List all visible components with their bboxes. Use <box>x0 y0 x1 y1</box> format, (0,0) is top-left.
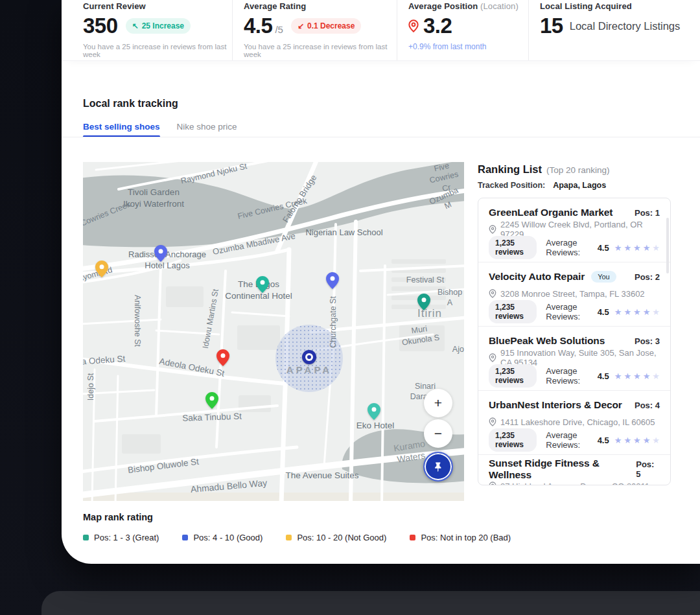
map-pin-red-adeola[interactable] <box>216 349 229 366</box>
page-title: Local rank tracking <box>83 98 178 110</box>
position-label: Pos: 2 <box>635 272 660 282</box>
star-icon: ★ <box>614 308 622 316</box>
dashboard-panel: Current Review 350 ↖25 Increase You have… <box>62 0 700 564</box>
stat-label: Current Review <box>83 1 232 11</box>
business-address: 3208 Monroe Street, Tampa, FL 33602 <box>500 289 645 299</box>
legend-swatch <box>410 535 415 540</box>
star-icon: ★ <box>652 436 660 445</box>
tab-best-selling-shoes[interactable]: Best selling shoes <box>83 122 160 137</box>
stat-label-text: Average Position <box>408 1 478 11</box>
star-icon: ★ <box>624 436 631 445</box>
ranking-panel: Ranking List (Top 20 ranking) Tracked Po… <box>478 162 671 485</box>
star-icon: ★ <box>643 372 651 380</box>
rating-value: 4.5 <box>598 435 609 445</box>
reviews-count-pill: 1,235 reviews <box>489 236 537 259</box>
business-name: Velocity Auto Repair <box>489 271 585 283</box>
ranking-list-item[interactable]: Sunset Ridge Fitness & Wellness Pos: 5 8… <box>478 454 670 485</box>
business-name: Sunset Ridge Fitness & Wellness <box>489 458 636 481</box>
ranking-list-item[interactable]: GreenLeaf Organic Market Pos: 1 2245 Wil… <box>478 198 670 262</box>
badge-label: 25 Increase <box>142 21 184 30</box>
location-icon <box>489 482 496 485</box>
tabs: Best selling shoes Nike shoe price <box>83 122 237 137</box>
stat-card-current-review: Current Review 350 ↖25 Increase You have… <box>62 0 232 60</box>
star-icon: ★ <box>633 308 641 316</box>
star-rating: ★★★★★ <box>614 244 660 252</box>
zoom-out-button[interactable]: − <box>424 419 452 448</box>
tabs-divider <box>62 137 700 137</box>
legend-swatch <box>286 535 292 540</box>
position-label: Pos: 4 <box>635 400 660 410</box>
location-icon <box>489 353 496 362</box>
star-icon: ★ <box>633 244 641 252</box>
business-address: 1411 Lakeshore Drive, Chicago, IL 60605 <box>500 417 655 427</box>
legend-label: Pos: 10 - 20 (Not Good) <box>297 533 386 542</box>
tracked-position-marker[interactable] <box>302 350 316 364</box>
legend-swatch <box>182 535 188 540</box>
location-icon <box>489 225 496 234</box>
stat-value-suffix: /5 <box>275 24 283 37</box>
location-icon <box>489 289 496 298</box>
average-reviews-label: Average Reviews: <box>546 302 593 321</box>
star-icon: ★ <box>633 372 641 380</box>
stat-card-average-rating: Average Rating 4.5 /5 ↙0.1 Decrease You … <box>232 0 397 60</box>
legend-title: Map rank rating <box>83 512 153 522</box>
rating-value: 4.5 <box>598 243 609 253</box>
map-pin-teal-bishop[interactable] <box>417 294 430 310</box>
stats-row: Current Review 350 ↖25 Increase You have… <box>62 0 700 61</box>
ranking-list-items: GreenLeaf Organic Market Pos: 1 2245 Wil… <box>478 198 670 485</box>
rating-value: 4.5 <box>598 307 609 317</box>
tab-label: Best selling shoes <box>83 122 160 132</box>
tracked-position-label: Tracked Position: <box>478 181 545 190</box>
star-rating: ★★★★★ <box>614 436 660 445</box>
star-icon: ★ <box>643 436 651 445</box>
map-canvas[interactable]: Raymond Njoku StFive Cowries CreekFive C… <box>83 162 464 501</box>
stat-value: 15 <box>540 14 563 38</box>
zoom-in-button[interactable]: + <box>424 389 452 417</box>
tab-label: Nike shoe price <box>177 122 237 132</box>
star-icon: ★ <box>614 244 622 252</box>
ranking-list-item[interactable]: Velocity Auto Repair You Pos: 2 3208 Mon… <box>478 262 670 326</box>
stat-label: Local Listing Acquired <box>540 1 700 11</box>
stat-label: Average Rating <box>244 1 397 11</box>
scrollbar-thumb[interactable] <box>666 218 669 273</box>
business-name: GreenLeaf Organic Market <box>489 207 612 218</box>
increase-arrow-icon: ↖ <box>132 21 139 30</box>
map-pin-blue-churchgate[interactable] <box>326 272 339 289</box>
average-reviews-label: Average Reviews: <box>546 366 593 386</box>
map-pin-blue-anchorage[interactable] <box>154 245 167 262</box>
stat-card-local-listing: Local Listing Acquired 15 Local Director… <box>528 0 700 60</box>
position-label: Pos: 5 <box>636 459 660 479</box>
ranking-title: Ranking List <box>478 163 542 176</box>
star-icon: ★ <box>652 372 660 380</box>
stat-subtext: You have a 25 increase in reviews from l… <box>244 43 397 58</box>
stat-value: 350 <box>83 14 118 38</box>
ranking-list-item[interactable]: BluePeak Web Solutions Pos: 3 915 Innova… <box>478 326 670 390</box>
ranking-list-item[interactable]: UrbanNest Interiors & Decor Pos: 4 1411 … <box>478 390 670 454</box>
legend-item: Pos: 10 - 20 (Not Good) <box>286 533 386 542</box>
decrease-badge: ↙0.1 Decrease <box>291 18 361 34</box>
rating-value: 4.5 <box>598 371 609 381</box>
pushpin-icon <box>433 461 444 472</box>
stat-label-note: (Location) <box>480 1 519 11</box>
map-pin-teal-eko[interactable] <box>368 403 380 420</box>
star-icon: ★ <box>614 436 622 445</box>
legend-label: Pos: 1 - 3 (Great) <box>94 533 159 542</box>
legend-item: Pos: Not in top 20 (Bad) <box>410 533 511 542</box>
page-background: { "colors": { "accent_blue": "#1c53e2", … <box>0 0 700 615</box>
bottom-frame <box>41 591 700 615</box>
star-icon: ★ <box>624 244 631 252</box>
map-pin-green-saka[interactable] <box>205 392 218 409</box>
stat-label: Average Position (Location) <box>408 1 528 11</box>
map-pin-teal-continental[interactable] <box>256 276 269 293</box>
tab-nike-shoe-price[interactable]: Nike shoe price <box>177 122 237 137</box>
map-pin-yellow-abayomi[interactable] <box>95 261 108 277</box>
stat-value: 4.5 <box>244 14 272 38</box>
average-reviews-label: Average Reviews: <box>546 430 593 450</box>
badge-label: 0.1 Decrease <box>307 21 355 30</box>
star-icon: ★ <box>614 372 622 380</box>
location-pin-icon <box>408 19 419 32</box>
decrease-arrow-icon: ↙ <box>298 21 304 30</box>
you-badge: You <box>591 271 616 283</box>
business-address: 87 Highland Avenue, Denver, CO 80211 <box>500 482 649 486</box>
locate-pin-button[interactable] <box>423 452 453 482</box>
